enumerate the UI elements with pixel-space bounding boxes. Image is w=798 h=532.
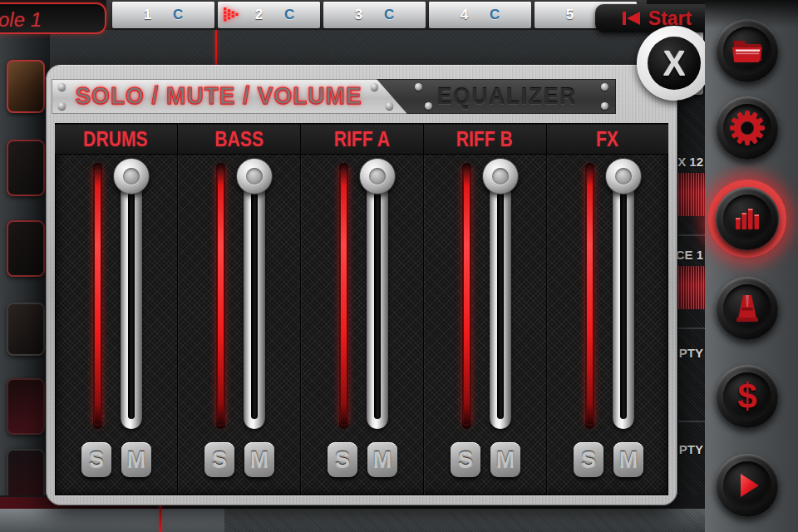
level-meter xyxy=(462,163,471,429)
level-meter-fill xyxy=(464,168,470,424)
solo-button[interactable]: S xyxy=(574,442,603,477)
playing-led-arrow-icon xyxy=(223,6,239,24)
sidebar-top-shadow xyxy=(705,0,798,28)
folder-icon xyxy=(729,32,766,69)
level-meter-fill xyxy=(341,168,347,424)
slot-number: 4 xyxy=(461,7,468,23)
slot-letter: C xyxy=(284,7,294,23)
close-button[interactable]: X xyxy=(637,26,712,101)
channel-strip-fx: FX S M xyxy=(547,123,668,495)
skip-to-start-icon xyxy=(620,10,642,27)
level-meter xyxy=(93,163,102,429)
level-meter xyxy=(216,163,225,429)
folder-button[interactable] xyxy=(716,19,779,82)
solo-button[interactable]: S xyxy=(81,442,111,477)
sample-thumbnail[interactable] xyxy=(7,220,45,277)
play-button[interactable] xyxy=(716,454,779,517)
volume-fader-track[interactable] xyxy=(121,166,142,429)
sample-thumbnail[interactable] xyxy=(7,140,45,196)
mute-button[interactable]: M xyxy=(490,442,520,477)
solo-button[interactable]: S xyxy=(451,442,480,477)
settings-button[interactable] xyxy=(716,96,779,160)
channel-strip-riff-a: RIFF A S M xyxy=(301,123,424,495)
channel-name: RIFF B xyxy=(456,126,513,152)
mute-button[interactable]: M xyxy=(367,442,397,477)
tab-solo-mute-volume-label: SOLO / MUTE / VOLUME xyxy=(75,82,362,111)
dollar-icon: $ xyxy=(737,377,756,416)
song-title-text: ole 1 xyxy=(0,8,42,32)
volume-fader-knob[interactable] xyxy=(236,158,273,195)
channel-strip-bass: BASS S M xyxy=(178,123,301,495)
song-title-field[interactable]: ole 1 xyxy=(0,2,106,34)
timeline-playhead xyxy=(215,30,217,65)
channel-name: RIFF A xyxy=(334,126,390,152)
slot-tab-4[interactable]: 4 C xyxy=(429,2,531,28)
channel-name: BASS xyxy=(214,126,264,152)
right-sidebar: $ xyxy=(705,0,798,532)
channel-label-bar: FX xyxy=(547,125,668,155)
volume-fader-track[interactable] xyxy=(244,166,265,429)
sample-thumbnail[interactable] xyxy=(7,378,45,435)
level-meter-fill xyxy=(218,168,224,424)
volume-fader-track[interactable] xyxy=(367,166,388,429)
channel-label-bar: RIFF A xyxy=(301,125,423,155)
bottom-gray-band-right xyxy=(224,509,705,532)
mixer-button[interactable] xyxy=(716,187,779,250)
mute-button[interactable]: M xyxy=(613,442,643,477)
sample-thumbnail[interactable] xyxy=(7,60,45,113)
volume-fader-knob[interactable] xyxy=(605,158,642,195)
gear-icon xyxy=(729,110,766,146)
slot-number: 5 xyxy=(566,7,574,23)
top-bar: 1 C 2 C 3 C 4 C 5 C xyxy=(0,0,705,30)
close-icon: X xyxy=(663,43,686,82)
bottom-gray-band-left xyxy=(0,509,224,532)
slot-number: 2 xyxy=(255,7,263,23)
metronome-icon xyxy=(729,290,766,327)
level-meter xyxy=(585,163,594,429)
solo-button[interactable]: S xyxy=(328,442,357,477)
sample-thumbnail[interactable] xyxy=(7,303,45,356)
mixer-panel: SOLO / MUTE / VOLUME EQUALIZER DRUMS S xyxy=(46,65,677,505)
slot-tab-2[interactable]: 2 C xyxy=(218,2,320,28)
sample-thumbnail-column xyxy=(0,30,50,532)
volume-fader-knob[interactable] xyxy=(482,158,519,195)
volume-fader-knob[interactable] xyxy=(113,158,150,195)
solo-button[interactable]: S xyxy=(204,442,234,477)
app-screen: X 12 CE 1 PTY PTY 1 C xyxy=(0,0,798,532)
channel-label-bar: BASS xyxy=(178,125,300,155)
slot-letter: C xyxy=(384,7,394,23)
skip-to-start-button[interactable]: Start xyxy=(595,4,717,32)
level-meter-fill xyxy=(95,168,101,424)
slot-letter: C xyxy=(490,7,500,23)
mixer-bars-icon xyxy=(729,200,766,237)
volume-fader-track[interactable] xyxy=(490,166,511,429)
rack-waveform[interactable] xyxy=(678,266,706,309)
slot-number: 3 xyxy=(355,7,362,23)
mute-button[interactable]: M xyxy=(244,442,274,477)
slot-tab-1[interactable]: 1 C xyxy=(112,2,214,28)
level-meter xyxy=(339,163,348,429)
level-meter-fill xyxy=(587,168,593,424)
channel-name: DRUMS xyxy=(84,126,149,152)
channel-name: FX xyxy=(596,126,618,152)
channel-area: DRUMS S M BASS S M RIFF A xyxy=(55,123,668,495)
tab-solo-mute-volume[interactable]: SOLO / MUTE / VOLUME xyxy=(52,79,407,114)
play-icon xyxy=(729,467,766,504)
channel-strip-drums: DRUMS S M xyxy=(55,123,178,495)
mute-button[interactable]: M xyxy=(121,442,151,477)
rack-waveform[interactable] xyxy=(678,173,706,216)
metronome-button[interactable] xyxy=(716,277,779,340)
sample-rack-column: X 12 CE 1 PTY PTY xyxy=(677,30,705,532)
tab-equalizer[interactable]: EQUALIZER xyxy=(377,79,616,114)
channel-label-bar: RIFF B xyxy=(424,125,546,155)
slot-letter: C xyxy=(173,7,183,23)
store-button[interactable]: $ xyxy=(716,365,779,428)
volume-fader-track[interactable] xyxy=(613,166,634,429)
volume-fader-knob[interactable] xyxy=(359,158,396,195)
slot-number: 1 xyxy=(144,7,151,23)
channel-label-bar: DRUMS xyxy=(55,125,177,155)
tab-equalizer-label: EQUALIZER xyxy=(437,83,577,111)
channel-strip-riff-b: RIFF B S M xyxy=(424,123,547,495)
slot-tab-3[interactable]: 3 C xyxy=(323,2,426,28)
